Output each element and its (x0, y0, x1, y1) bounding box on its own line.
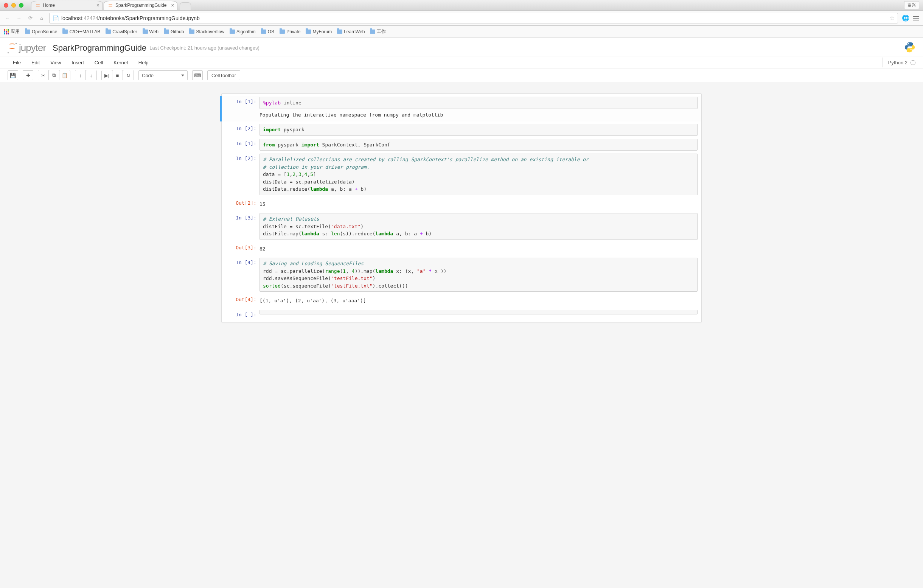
tab-home[interactable]: Home × (31, 1, 103, 10)
bookmark-folder[interactable]: Web (143, 29, 159, 34)
back-button[interactable]: ← (4, 15, 11, 22)
run-group: ▶| ■ ↻ (101, 71, 134, 80)
cell-type-select[interactable]: Code (138, 71, 187, 80)
bookmark-label: Algorithm (236, 29, 256, 34)
code-cell[interactable]: In [2]:import pyspark (222, 123, 701, 136)
kernel-status-icon (910, 60, 915, 65)
close-window-button[interactable] (4, 3, 8, 8)
bookmark-label: MyForum (312, 29, 332, 34)
output-prompt: Out[4]: (225, 295, 259, 307)
forward-button[interactable]: → (15, 15, 23, 22)
input-prompt: In [2]: (225, 124, 259, 136)
home-button[interactable]: ⌂ (38, 15, 45, 22)
apps-shortcut[interactable]: 应用 (4, 28, 20, 35)
code-input[interactable]: from pyspark import SparkContext, SparkC… (259, 139, 698, 151)
command-palette-button[interactable]: ⌨ (192, 71, 203, 80)
user-chip[interactable]: 寨兴 (904, 1, 919, 9)
copy-button[interactable]: ⧉ (49, 71, 59, 80)
edit-group: ✂ ⧉ 📋 (38, 71, 71, 80)
close-tab-icon[interactable]: × (171, 2, 174, 8)
output-prompt: Out[3]: (225, 243, 259, 255)
menu-insert[interactable]: Insert (66, 57, 89, 68)
bookmark-label: CrawlSpider (112, 29, 137, 34)
bookmark-star-icon[interactable]: ☆ (889, 15, 895, 21)
jupyter-logo-icon (8, 44, 16, 53)
bookmark-folder[interactable]: Private (279, 29, 301, 34)
menu-button[interactable] (913, 16, 919, 20)
menu-cell[interactable]: Cell (89, 57, 108, 68)
browser-toolbar: ← → ⟳ ⌂ 📄 localhost:42424/notebooks/Spar… (0, 11, 923, 26)
code-input[interactable] (259, 310, 698, 314)
python-logo-icon (904, 42, 915, 54)
code-input[interactable]: # External Datasets distFile = sc.textFi… (259, 213, 698, 240)
bookmark-label: Github (171, 29, 184, 34)
minimize-window-button[interactable] (11, 3, 16, 8)
globe-icon[interactable]: 🌐 (902, 15, 909, 21)
bookmark-label: Private (286, 29, 301, 34)
checkpoint-status: Last Checkpoint: 21 hours ago (unsaved c… (149, 45, 259, 51)
tab-notebook[interactable]: SparkProgrammingGuide × (103, 1, 177, 10)
code-cell[interactable]: In [4]:# Saving and Loading SequenceFile… (222, 257, 701, 292)
paste-button[interactable]: 📋 (59, 71, 70, 80)
bookmark-folder[interactable]: Stackoverflow (189, 29, 224, 34)
folder-icon (143, 30, 148, 34)
url-path: /notebooks/SparkProgrammingGuide.ipynb (99, 15, 200, 21)
menu-file[interactable]: File (8, 57, 26, 68)
move-down-button[interactable]: ↓ (86, 71, 97, 80)
notebook-container: In [1]:%pylab inlinePopulating the inter… (0, 82, 923, 334)
bookmark-folder[interactable]: MyForum (305, 29, 332, 34)
code-cell[interactable]: In [2]:# Parallelized collections are cr… (222, 153, 701, 196)
output-prompt: Out[2]: (225, 198, 259, 210)
stop-button[interactable]: ■ (112, 71, 123, 80)
code-cell[interactable]: In [1]:%pylab inlinePopulating the inter… (220, 96, 701, 122)
kernel-indicator: Python 2 (882, 57, 915, 67)
bookmark-folder[interactable]: OS (261, 29, 274, 34)
bookmark-folder[interactable]: Github (164, 29, 184, 34)
reload-button[interactable]: ⟳ (26, 15, 34, 22)
menu-edit[interactable]: Edit (26, 57, 45, 68)
code-input[interactable]: # Saving and Loading SequenceFiles rdd =… (259, 258, 698, 292)
notebook-title[interactable]: SparkProgrammingGuide (53, 43, 146, 53)
folder-icon (261, 30, 266, 34)
bookmark-folder[interactable]: C/C++MATLAB (62, 29, 100, 34)
jupyter-header: jupyter SparkProgrammingGuide Last Check… (0, 38, 923, 56)
bookmark-folder[interactable]: CrawlSpider (105, 29, 137, 34)
save-button[interactable]: 💾 (8, 71, 18, 80)
close-tab-icon[interactable]: × (97, 2, 100, 8)
code-input[interactable]: import pyspark (259, 124, 698, 136)
code-input[interactable]: %pylab inline (259, 97, 698, 109)
cell-toolbar-label: CellToolbar (212, 73, 236, 78)
address-bar[interactable]: 📄 localhost:42424/notebooks/SparkProgram… (49, 13, 898, 23)
tab-strip: Home × SparkProgrammingGuide × (31, 1, 191, 10)
input-prompt: In [3]: (225, 213, 259, 240)
code-cell[interactable]: In [ ]: (222, 309, 701, 318)
cell-toolbar-select[interactable]: CellToolbar (207, 71, 240, 80)
restart-button[interactable]: ↻ (123, 71, 133, 80)
notebook-page: In [1]:%pylab inlinePopulating the inter… (221, 94, 702, 322)
new-tab-button[interactable] (180, 2, 191, 10)
bookmark-folder[interactable]: OpenSource (25, 29, 57, 34)
menu-view[interactable]: View (45, 57, 66, 68)
jupyter-toolbar: 💾 ✚ ✂ ⧉ 📋 ↑ ↓ ▶| ■ ↻ Code ⌨ CellToolbar (0, 69, 923, 82)
code-cell[interactable]: In [1]:from pyspark import SparkContext,… (222, 138, 701, 152)
url-port: :42424 (82, 15, 99, 21)
output-text: 82 (259, 243, 698, 255)
menu-kernel[interactable]: Kernel (108, 57, 133, 68)
bookmark-folder[interactable]: 工作 (370, 28, 386, 35)
code-cell[interactable]: In [3]:# External Datasets distFile = sc… (222, 212, 701, 241)
output-cell: Out[2]:15 (222, 197, 701, 211)
output-text: Populating the interactive namespace fro… (259, 109, 698, 121)
run-button[interactable]: ▶| (102, 71, 112, 80)
bookmark-label: Stackoverflow (196, 29, 224, 34)
maximize-window-button[interactable] (19, 3, 23, 8)
menu-help[interactable]: Help (133, 57, 154, 68)
move-up-button[interactable]: ↑ (75, 71, 86, 80)
code-input[interactable]: # Parallelized collections are created b… (259, 154, 698, 195)
insert-cell-button[interactable]: ✚ (23, 71, 33, 80)
bookmark-folder[interactable]: LearnWeb (337, 29, 365, 34)
cut-button[interactable]: ✂ (38, 71, 49, 80)
window-chrome: Home × SparkProgrammingGuide × 寨兴 (0, 0, 923, 11)
input-prompt: In [4]: (225, 258, 259, 292)
bookmark-folder[interactable]: Algorithm (230, 29, 256, 34)
jupyter-logo[interactable]: jupyter (8, 42, 46, 54)
